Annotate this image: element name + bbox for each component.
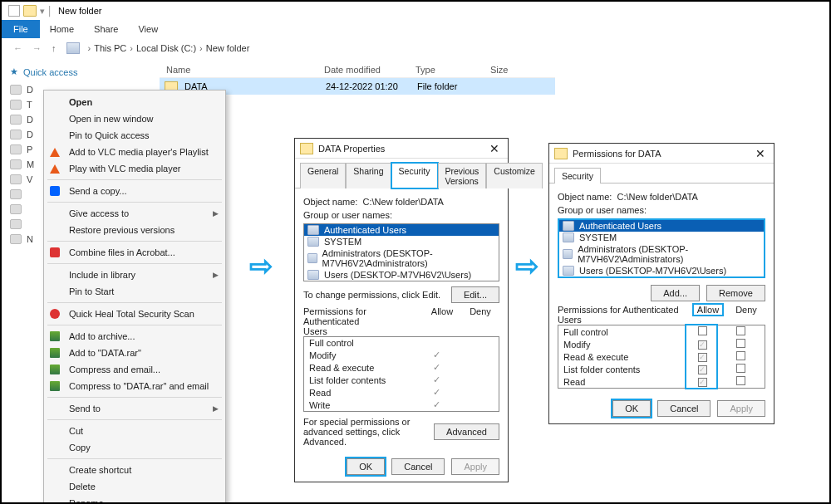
ctx-pin-start[interactable]: Pin to Start (44, 283, 225, 300)
ctx-vlc-play[interactable]: Play with VLC media player (44, 160, 225, 177)
group-item[interactable]: SYSTEM (559, 232, 764, 243)
group-item[interactable]: Users (DESKTOP-M7VH6V2\Users) (304, 269, 499, 281)
ctx-compress-email[interactable]: Compress and email... (44, 361, 225, 378)
vlc-icon (50, 148, 60, 157)
ctx-add-rar[interactable]: Add to "DATA.rar" (44, 345, 225, 361)
advanced-hint: For special permissions or advanced sett… (303, 417, 434, 447)
allow-checkbox[interactable]: ✓ (698, 365, 707, 374)
tab-customize[interactable]: Customize (486, 163, 543, 188)
ctx-cut[interactable]: Cut (44, 423, 225, 439)
nav-up-icon[interactable]: ↑ (47, 43, 61, 53)
deny-checkbox[interactable] (736, 376, 745, 385)
permissions-list: Full control Modify✓ Read & execute✓ Lis… (303, 336, 499, 412)
quick-access[interactable]: ★ Quick access (10, 66, 160, 77)
group-item[interactable]: SYSTEM (304, 236, 499, 247)
tab-sharing[interactable]: Sharing (346, 163, 391, 188)
ok-button[interactable]: OK (612, 400, 651, 417)
ctx-pin-qa[interactable]: Pin to Quick access (44, 127, 225, 144)
ctx-include-lib[interactable]: Include in library▶ (44, 267, 225, 283)
tab-previous[interactable]: Previous Versions (438, 163, 487, 188)
object-path: C:\New folder\DATA (617, 192, 698, 202)
ctx-send-to[interactable]: Send to▶ (44, 400, 225, 417)
col-name[interactable]: Name (160, 65, 317, 75)
nav-fwd-icon[interactable]: → (27, 43, 47, 53)
tab-security[interactable]: Security (391, 163, 438, 188)
ribbon-home[interactable]: Home (40, 21, 84, 37)
cancel-button[interactable]: Cancel (391, 458, 445, 475)
cancel-button[interactable]: Cancel (657, 400, 711, 417)
remove-button[interactable]: Remove (706, 285, 765, 301)
deny-checkbox[interactable] (736, 364, 745, 373)
ctx-vlc-playlist[interactable]: Add to VLC media player's Playlist (44, 144, 225, 160)
allow-checkbox[interactable]: ✓ (698, 378, 707, 387)
ctx-give-access[interactable]: Give access to▶ (44, 205, 225, 222)
ctx-quickheal[interactable]: Quick Heal Total Security Scan (44, 306, 225, 322)
dialog-titlebar[interactable]: Permissions for DATA ✕ (549, 144, 774, 164)
crumb-folder[interactable]: New folder (206, 43, 250, 53)
groups-listbox[interactable]: Authenticated Users SYSTEM Administrator… (558, 218, 765, 278)
flow-arrow-icon: ⇨ (249, 249, 273, 282)
allow-checkbox[interactable]: ✓ (698, 353, 707, 362)
ctx-combine[interactable]: Combine files in Acrobat... (44, 244, 225, 261)
ok-button[interactable]: OK (347, 458, 385, 475)
ribbon-file[interactable]: File (2, 20, 40, 38)
deny-checkbox[interactable] (736, 351, 745, 360)
groups-label: Group or user names: (558, 205, 765, 215)
perm-name: Modify (309, 350, 417, 360)
deny-checkbox[interactable] (736, 326, 745, 335)
group-item[interactable]: Authenticated Users (559, 220, 764, 232)
folder-icon (300, 143, 313, 154)
crumb-pc[interactable]: This PC (94, 43, 126, 53)
ctx-open-new[interactable]: Open in new window (44, 110, 225, 127)
advanced-button[interactable]: Advanced (434, 423, 499, 440)
groups-listbox[interactable]: Authenticated Users SYSTEM Administrator… (303, 223, 499, 281)
ctx-send-copy[interactable]: Send a copy... (44, 183, 225, 199)
allow-checkbox[interactable]: ✓ (698, 340, 707, 350)
winrar-icon (50, 331, 60, 341)
user-icon (563, 232, 574, 242)
perm-name: Full control (309, 338, 417, 348)
dialog-titlebar[interactable]: DATA Properties ✕ (295, 139, 508, 159)
dropbox-icon (50, 186, 60, 196)
col-size[interactable]: Size (484, 65, 534, 75)
qat-button[interactable] (8, 5, 20, 17)
winrar-icon (50, 365, 60, 374)
ctx-rename[interactable]: Rename (44, 495, 225, 504)
group-item[interactable]: Administrators (DESKTOP-M7VH6V2\Administ… (304, 247, 499, 269)
close-icon[interactable]: ✕ (752, 147, 769, 160)
group-item[interactable]: Authenticated Users (304, 224, 499, 236)
user-icon (307, 253, 317, 263)
column-headers[interactable]: Name Date modified Type Size (160, 61, 555, 78)
col-type[interactable]: Type (409, 65, 484, 75)
ctx-copy[interactable]: Copy (44, 439, 225, 456)
submenu-arrow-icon: ▶ (213, 271, 219, 279)
group-item[interactable]: Users (DESKTOP-M7VH6V2\Users) (559, 265, 764, 276)
tab-general[interactable]: General (300, 163, 346, 188)
ctx-restore[interactable]: Restore previous versions (44, 222, 225, 238)
col-date[interactable]: Date modified (317, 65, 409, 75)
ctx-create-shortcut[interactable]: Create shortcut (44, 462, 225, 478)
ctx-delete[interactable]: Delete (44, 478, 225, 495)
ctx-compress-rar-email[interactable]: Compress to "DATA.rar" and email (44, 378, 225, 394)
group-item[interactable]: Administrators (DESKTOP-M7VH6V2\Administ… (559, 243, 764, 265)
edit-hint: To change permissions, click Edit. (303, 290, 451, 300)
nav-back-icon[interactable]: ← (8, 43, 27, 53)
apply-button[interactable]: Apply (451, 458, 499, 475)
dialog-title: Permissions for DATA (573, 149, 661, 159)
edit-button[interactable]: Edit... (451, 286, 499, 303)
address-bar[interactable]: ← → ↑ › This PC › Local Disk (C:) › New … (8, 38, 821, 58)
tab-security[interactable]: Security (554, 168, 601, 183)
allow-checkbox[interactable] (698, 326, 707, 335)
ctx-open[interactable]: Open (44, 94, 225, 110)
add-button[interactable]: Add... (651, 285, 700, 301)
quickheal-icon (50, 309, 60, 319)
ribbon-view[interactable]: View (128, 21, 168, 37)
apply-button[interactable]: Apply (717, 400, 765, 417)
ribbon-share[interactable]: Share (84, 21, 128, 37)
close-icon[interactable]: ✕ (486, 142, 503, 155)
ctx-add-archive[interactable]: Add to archive... (44, 328, 225, 345)
crumb-drive[interactable]: Local Disk (C:) (136, 43, 196, 53)
pc-icon (66, 42, 80, 54)
window-title: New folder (58, 6, 102, 16)
deny-checkbox[interactable] (736, 339, 745, 348)
